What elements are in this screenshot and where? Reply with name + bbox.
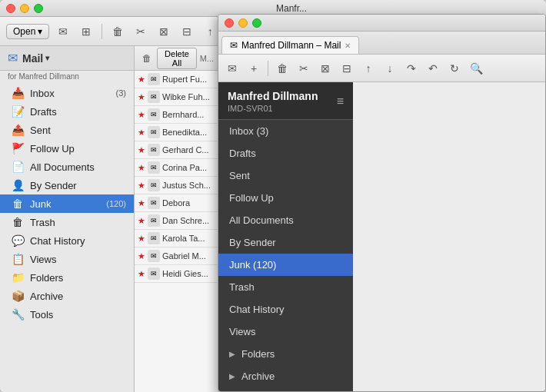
list-item[interactable]: ★ ✉ Justus Sch... xyxy=(135,177,218,194)
list-item[interactable]: ★ ✉ Corina Pa... xyxy=(135,159,218,177)
views-icon: 📋 xyxy=(11,253,25,265)
sidebar-item-tools[interactable]: 🔧 Tools xyxy=(0,305,134,324)
sender-name: Dan Schre... xyxy=(162,216,215,225)
list-item[interactable]: ★ ✉ Benedikta... xyxy=(135,124,218,141)
alldocs-icon: 📄 xyxy=(11,161,25,173)
open-button[interactable]: Open ▾ xyxy=(6,24,49,39)
list-item[interactable]: ★ ✉ Debora xyxy=(135,194,218,212)
sender-name: Bernhard... xyxy=(162,110,215,119)
sep1 xyxy=(102,24,102,39)
dropdown-item-followup[interactable]: Follow Up xyxy=(218,187,353,209)
sw-back-icon[interactable]: ↶ xyxy=(424,59,442,78)
second-close-btn[interactable] xyxy=(225,18,234,28)
star-icon: ★ xyxy=(138,269,145,279)
minimize-button[interactable] xyxy=(20,4,29,13)
sw-up-icon[interactable]: ↑ xyxy=(359,59,378,78)
cut-icon[interactable]: ✂ xyxy=(132,22,150,41)
sidebar-item-alldocs[interactable]: 📄 All Documents xyxy=(0,158,134,176)
dropdown-inbox-label: Inbox (3) xyxy=(229,125,268,137)
avatar: ✉ xyxy=(148,232,160,244)
trash-sidebar-icon: 🗑 xyxy=(11,216,25,228)
sender-name: Benedikta... xyxy=(162,128,215,137)
sidebar-item-trash[interactable]: 🗑 Trash xyxy=(0,213,134,231)
list-item[interactable]: ★ ✉ Heidi Gies... xyxy=(135,265,218,283)
list-item[interactable]: ★ ✉ Bernhard... xyxy=(135,106,218,124)
sidebar-item-chathistory[interactable]: 💬 Chat History xyxy=(0,231,134,250)
dropdown-item-sent[interactable]: Sent xyxy=(218,164,353,187)
dropdown-item-bysender[interactable]: By Sender xyxy=(218,231,353,254)
grid-icon[interactable]: ⊞ xyxy=(77,22,95,41)
inbox-icon: 📥 xyxy=(11,87,25,99)
dropdown-item-folders[interactable]: ▶ Folders xyxy=(218,343,353,365)
dropdown-item-views[interactable]: Views xyxy=(218,321,353,343)
up-icon[interactable]: ↑ xyxy=(201,22,219,41)
list-item[interactable]: ★ ✉ Gerhard C... xyxy=(135,141,218,159)
list-item[interactable]: ★ ✉ Karola Ta... xyxy=(135,230,218,247)
hamburger-icon[interactable]: ≡ xyxy=(337,95,344,108)
open-label: Open xyxy=(13,26,35,37)
sw-plus-icon[interactable]: + xyxy=(245,59,263,78)
sw-search-icon[interactable]: 🔍 xyxy=(467,59,485,78)
sidebar-item-folders[interactable]: 📁 Folders xyxy=(0,268,134,287)
sidebar-item-drafts[interactable]: 📝 Drafts xyxy=(0,102,134,121)
close-button[interactable] xyxy=(6,4,15,13)
tab-bar: ✉ Manfred Dillmann – Mail ✕ xyxy=(218,32,545,55)
dropdown-item-chathistory[interactable]: Chat History xyxy=(218,298,353,321)
maximize-button[interactable] xyxy=(34,4,43,13)
sender-name: Gabriel M... xyxy=(162,251,215,261)
dropdown-item-inbox[interactable]: Inbox (3) xyxy=(218,120,353,142)
sidebar-item-archive[interactable]: 📦 Archive xyxy=(0,287,134,305)
sender-name: Justus Sch... xyxy=(162,181,215,190)
sw-down-icon[interactable]: ↓ xyxy=(381,59,399,78)
sidebar-header: ✉ Mail ▾ xyxy=(0,46,134,71)
sidebar-item-junk[interactable]: 🗑 Junk (120) xyxy=(0,194,134,213)
list-trash-icon[interactable]: 🗑 xyxy=(139,49,154,68)
dropdown-item-archive[interactable]: ▶ Archive xyxy=(218,365,353,387)
dropdown-menu: Manfred Dillmann IMD-SVR01 ≡ Inbox (3) D… xyxy=(218,82,353,391)
list-item[interactable]: ★ ✉ Wibke Fuh... xyxy=(135,88,218,106)
delete-all-button[interactable]: Delete All xyxy=(157,48,196,69)
remove-icon[interactable]: ⊟ xyxy=(178,22,196,41)
sw-forward-icon[interactable]: ↷ xyxy=(402,59,421,78)
tab-mail-close[interactable]: ✕ xyxy=(345,42,351,50)
sw-trash-icon[interactable]: 🗑 xyxy=(273,59,291,78)
second-window: ✉ Manfred Dillmann – Mail ✕ ✉ + 🗑 ✂ ⊠ ⊟ … xyxy=(218,14,546,392)
dropdown-header: Manfred Dillmann IMD-SVR01 ≡ xyxy=(218,82,353,120)
sidebar-item-followup[interactable]: 🚩 Follow Up xyxy=(0,139,134,158)
tab-mail[interactable]: ✉ Manfred Dillmann – Mail ✕ xyxy=(221,36,359,54)
sidebar: ✉ Mail ▾ for Manfred Dillmann 📥 Inbox (3… xyxy=(0,46,135,392)
compose-icon[interactable]: ✉ xyxy=(54,22,72,41)
list-item[interactable]: ★ ✉ Dan Schre... xyxy=(135,212,218,230)
sender-name: Heidi Gies... xyxy=(162,269,215,278)
avatar: ✉ xyxy=(148,179,160,191)
star-icon: ★ xyxy=(138,145,145,155)
list-item[interactable]: ★ ✉ Gabriel M... xyxy=(135,247,218,265)
sw-remove-icon[interactable]: ⊟ xyxy=(338,59,356,78)
sw-cut-icon[interactable]: ✂ xyxy=(295,59,313,78)
sidebar-item-views[interactable]: 📋 Views xyxy=(0,250,134,268)
dropdown-item-trash[interactable]: Trash xyxy=(218,276,353,298)
dropdown-trash-label: Trash xyxy=(229,281,255,293)
second-max-btn[interactable] xyxy=(252,18,261,28)
list-item[interactable]: ★ ✉ Rupert Fu... xyxy=(135,71,218,88)
sw-refresh-icon[interactable]: ↻ xyxy=(445,59,464,78)
dropdown-item-junk[interactable]: Junk (120) xyxy=(218,254,353,276)
dropdown-item-drafts[interactable]: Drafts xyxy=(218,142,353,164)
unsubscribe-icon[interactable]: ⊠ xyxy=(155,22,173,41)
sidebar-item-inbox[interactable]: 📥 Inbox (3) xyxy=(0,84,134,102)
dropdown-chathistory-label: Chat History xyxy=(229,304,285,315)
sender-name: Karola Ta... xyxy=(162,234,215,243)
list-panel-toolbar: 🗑 Delete All M... xyxy=(135,46,218,71)
dropdown-item-alldocs[interactable]: All Documents xyxy=(218,209,353,231)
tab-mail-icon: ✉ xyxy=(230,40,238,51)
sidebar-item-sent[interactable]: 📤 Sent xyxy=(0,121,134,139)
traffic-lights xyxy=(6,4,43,13)
trash-icon[interactable]: 🗑 xyxy=(108,22,127,41)
sw-sep xyxy=(268,61,268,76)
second-min-btn[interactable] xyxy=(238,18,248,28)
chat-icon: 💬 xyxy=(11,234,25,247)
sw-compose-icon[interactable]: ✉ xyxy=(223,59,241,78)
sidebar-item-bysender[interactable]: 👤 By Sender xyxy=(0,176,134,194)
sw-block-icon[interactable]: ⊠ xyxy=(316,59,335,78)
avatar: ✉ xyxy=(148,250,160,262)
